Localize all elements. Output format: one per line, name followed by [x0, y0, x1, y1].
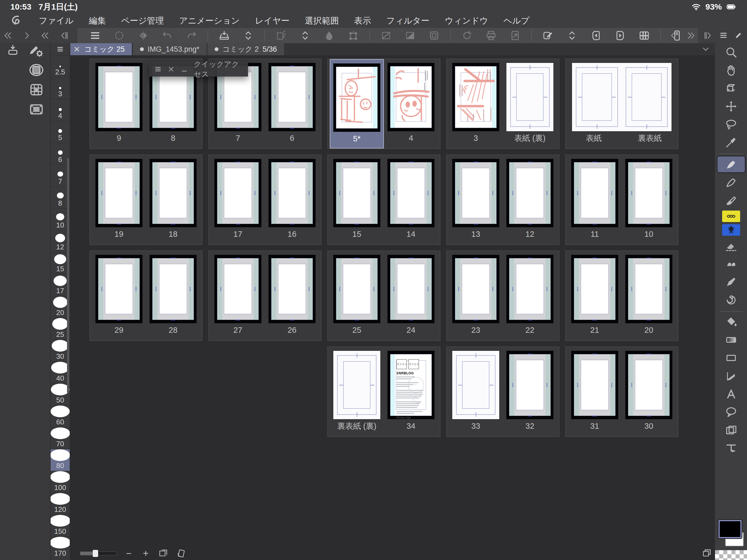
brush-size-item-80[interactable]: 80: [51, 449, 70, 471]
zoom-slider[interactable]: [80, 552, 117, 555]
decoration-flower-tool[interactable]: [722, 224, 740, 236]
rotate-canvas-button[interactable]: [505, 29, 526, 42]
cover-half[interactable]: [622, 63, 672, 131]
palettegrid-icon[interactable]: [28, 82, 44, 97]
menu-item-5[interactable]: 選択範囲: [305, 15, 339, 27]
page-cell-18[interactable]: 18: [146, 155, 200, 245]
redo-button[interactable]: [181, 29, 202, 42]
page-cell-32[interactable]: 32: [503, 347, 557, 436]
reset-view-icon[interactable]: [176, 549, 187, 558]
menu-item-8[interactable]: ウィンドウ: [445, 15, 488, 27]
panel-chevron-icon[interactable]: [40, 31, 50, 40]
gradient-tool[interactable]: [720, 332, 742, 348]
pages-stack-icon[interactable]: [701, 548, 713, 558]
eyedropper-tool[interactable]: [720, 134, 742, 150]
page-cell-3[interactable]: 3: [449, 59, 503, 149]
download-tray-icon[interactable]: [6, 44, 19, 56]
selection-border-button[interactable]: [423, 29, 445, 42]
hand-tool[interactable]: [720, 62, 742, 78]
zoom-in-button[interactable]: +: [141, 549, 151, 558]
page-cell-表紙 (裏)[interactable]: 表紙 (裏): [503, 59, 557, 149]
deselect-button[interactable]: [376, 29, 397, 42]
panel-chevron-icon[interactable]: [668, 31, 679, 40]
menu-item-1[interactable]: 編集: [89, 15, 106, 27]
brush-size-item-60[interactable]: 60: [51, 405, 70, 427]
brush-size-item-120[interactable]: 120: [51, 493, 70, 515]
main-menu-button[interactable]: [84, 29, 106, 42]
next-page-button[interactable]: [610, 29, 631, 42]
film-icon[interactable]: [28, 102, 44, 117]
brush-size-item-4[interactable]: 4: [51, 99, 70, 121]
cover-half[interactable]: [572, 63, 622, 131]
page-cell-5*[interactable]: 5*: [330, 59, 384, 149]
panel-chevron-icon[interactable]: [21, 31, 32, 40]
page-cell-24[interactable]: 24: [384, 251, 438, 340]
decoration-tool[interactable]: [720, 292, 742, 308]
processing-button[interactable]: [108, 29, 130, 42]
brush-size-palette-menu[interactable]: [51, 43, 70, 55]
page-cell-31[interactable]: 31: [568, 347, 622, 436]
page-cell-19[interactable]: 19: [92, 155, 146, 245]
blend-tool[interactable]: [720, 256, 742, 272]
page-cell-10[interactable]: 10: [622, 155, 676, 245]
brush-size-scrollbar[interactable]: [67, 158, 69, 393]
close-icon[interactable]: [168, 65, 175, 73]
document-tab-0[interactable]: コミック 25: [66, 43, 132, 55]
menu-item-4[interactable]: レイヤー: [255, 15, 289, 27]
previous-page-button[interactable]: [585, 29, 607, 42]
brush-size-item-2.5[interactable]: 2.5: [51, 55, 70, 77]
page-cell-30[interactable]: 30: [622, 347, 676, 436]
decoration-chain-tool[interactable]: [722, 210, 740, 222]
minimize-icon[interactable]: [181, 65, 188, 73]
flip-view-button[interactable]: [133, 29, 154, 42]
document-tab-2[interactable]: コミック 25/36: [208, 43, 284, 55]
app-logo-icon[interactable]: [9, 15, 24, 27]
page-cell-9[interactable]: 9: [92, 59, 146, 149]
selection-launcher-button[interactable]: [271, 29, 292, 42]
frame-border-tool[interactable]: [720, 422, 742, 438]
page-cell-4[interactable]: 4: [384, 59, 438, 149]
fill-selection-button[interactable]: [318, 29, 340, 42]
reset-rotation-button[interactable]: [456, 29, 478, 42]
document-tab-1[interactable]: IMG_1453.png*: [133, 43, 206, 55]
page-cell-13[interactable]: 13: [449, 155, 503, 245]
page-cell-15[interactable]: 15: [330, 155, 384, 245]
quickmask-icon[interactable]: [28, 62, 44, 78]
brush-size-item-150[interactable]: 150: [51, 515, 70, 536]
airbrush-tool[interactable]: [720, 274, 742, 290]
zoom-out-button[interactable]: −: [124, 549, 134, 558]
page-cell-12[interactable]: 12: [503, 155, 557, 245]
object-tool[interactable]: [720, 80, 742, 96]
menu-item-0[interactable]: ファイル: [39, 15, 74, 27]
page-manager-button[interactable]: [634, 29, 655, 42]
flow-line-tool[interactable]: [720, 440, 742, 456]
page-cell-23[interactable]: 23: [449, 251, 503, 340]
fill-tool[interactable]: [720, 314, 742, 330]
page-cell-27[interactable]: 27: [211, 251, 265, 340]
quick-share-button[interactable]: [537, 29, 559, 42]
hamburger-icon[interactable]: [154, 65, 162, 73]
zoom-slider-handle[interactable]: [93, 550, 98, 557]
print-button[interactable]: [481, 29, 502, 42]
transform-button[interactable]: [343, 29, 364, 42]
page-cell-34[interactable]: サクカ 1サクカ 2SNRBLOGPostscript34: [384, 347, 438, 436]
quick-access-floating-bar[interactable]: クイックアクセス: [149, 62, 248, 77]
brush-size-item-5[interactable]: 5: [51, 121, 70, 143]
zoom-tool[interactable]: [720, 44, 742, 60]
eraser-tool[interactable]: [720, 238, 742, 254]
brush-tool[interactable]: [720, 193, 742, 208]
menu-item-7[interactable]: フィルター: [386, 15, 430, 27]
pen-tool[interactable]: [718, 156, 745, 172]
page-cell-14[interactable]: 14: [384, 155, 438, 245]
page-cell-20[interactable]: 20: [622, 251, 676, 340]
figure-tool[interactable]: [720, 350, 742, 366]
subtool-detail-toggle-button[interactable]: [561, 29, 583, 42]
text-tool[interactable]: [720, 386, 742, 402]
page-cell-29[interactable]: 29: [92, 251, 146, 340]
page-cell-25[interactable]: 25: [330, 251, 384, 340]
selection-toggle-button[interactable]: [294, 29, 316, 42]
brush-size-item-3[interactable]: 3: [51, 77, 70, 99]
tool-property-toggle-button[interactable]: [238, 29, 259, 42]
page-cell-11[interactable]: 11: [568, 155, 622, 245]
invert-selection-button[interactable]: [400, 29, 421, 42]
